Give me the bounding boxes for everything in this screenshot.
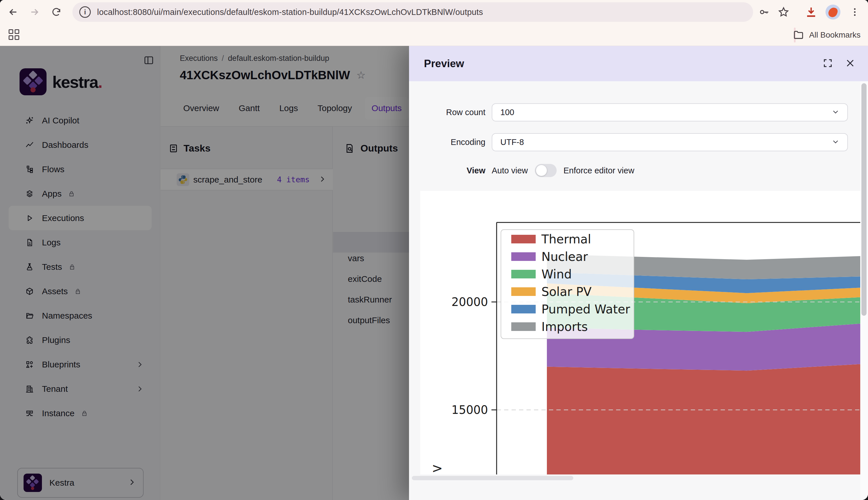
legend-swatch-solar-pv [511,287,536,296]
download-icon [805,6,817,18]
legend-swatch-pumped-water [511,305,536,314]
passwords-button[interactable] [758,6,770,18]
encoding-select[interactable]: UTF-8 [492,133,848,151]
browser-toolbar: i localhost:8080/ui/main/executions/defa… [0,0,868,24]
legend-label-nuclear: Nuclear [542,250,588,264]
profile-avatar[interactable] [825,4,841,20]
chart-legend: ThermalNuclearWindSolar PVPumped WaterIm… [501,230,634,339]
reload-button[interactable] [49,5,63,19]
axis-label-fragment: > [432,461,443,475]
legend-label-imports: Imports [542,320,588,334]
legend-swatch-thermal [511,235,536,243]
chevron-down-icon [831,107,840,117]
row-count-label: Row count [426,107,486,117]
stacked-area-chart: 1500020000>ThermalNuclearWindSolar PVPum… [420,191,860,475]
forward-icon [29,7,40,18]
encoding-value: UTF-8 [500,137,524,147]
legend-label-wind: Wind [542,267,572,281]
fullscreen-button[interactable] [823,58,833,69]
view-label: View [426,166,486,175]
toggle-knob [536,165,547,176]
fullscreen-icon [823,58,833,68]
close-button[interactable] [845,58,855,69]
url-bar[interactable]: i localhost:8080/ui/main/executions/defa… [73,2,753,22]
back-icon [8,7,19,18]
apps-grid-icon[interactable] [9,29,20,41]
kestra-app: kestra. AI CopilotDashboardsFlowsAppsExe… [0,46,868,500]
preview-image: 1500020000>ThermalNuclearWindSolar PVPum… [420,191,860,475]
legend-swatch-nuclear [511,252,536,261]
preview-title: Preview [424,58,464,70]
row-count-value: 100 [500,107,514,117]
close-icon [845,58,855,68]
forward-button[interactable] [27,5,41,19]
browser-window: i localhost:8080/ui/main/executions/defa… [0,0,868,500]
kebab-menu-icon [850,7,860,17]
encoding-label: Encoding [426,137,486,147]
vertical-scrollbar-thumb[interactable] [861,83,867,316]
key-icon [758,6,770,18]
ytick-label-15000: 15000 [452,403,488,417]
auto-view-label: Auto view [492,166,528,175]
legend-swatch-imports [511,322,536,331]
preview-drawer-header: Preview [409,46,868,81]
browser-chrome: i localhost:8080/ui/main/executions/defa… [0,0,868,46]
legend-label-solar-pv: Solar PV [542,285,592,299]
folder-icon [793,30,804,41]
downloads-button[interactable] [805,6,817,18]
star-icon [778,6,789,18]
legend-label-pumped-water: Pumped Water [542,302,631,316]
all-bookmarks-button[interactable]: All Bookmarks [793,24,860,46]
reload-icon [51,7,62,17]
view-mode-toggle[interactable] [535,164,557,177]
row-count-select[interactable]: 100 [492,103,848,122]
view-mode-row: Auto view Enforce editor view [492,162,634,179]
horizontal-scrollbar-thumb[interactable] [412,476,573,480]
site-info-icon[interactable]: i [79,6,91,18]
url-text: localhost:8080/ui/main/executions/defaul… [97,8,483,17]
avatar-bird-image [827,6,838,18]
chevron-down-icon [831,137,840,147]
legend-label-thermal: Thermal [541,232,591,246]
browser-menu-button[interactable] [848,6,861,18]
bookmarks-bar: All Bookmarks [0,24,868,46]
screen: i localhost:8080/ui/main/executions/defa… [0,0,868,500]
bookmark-button[interactable] [777,6,790,18]
all-bookmarks-label: All Bookmarks [809,31,860,39]
ytick-label-20000: 20000 [452,295,488,309]
back-button[interactable] [6,5,20,19]
preview-drawer: Preview Row count 100 Encoding [409,46,868,500]
legend-swatch-wind [511,270,536,279]
area-thermal [547,364,860,475]
enforce-editor-view-label: Enforce editor view [564,166,634,175]
